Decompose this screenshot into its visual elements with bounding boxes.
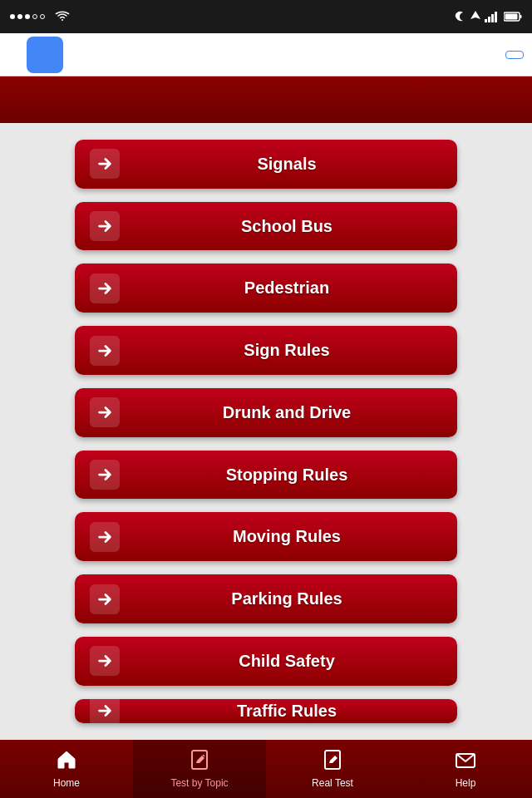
svg-rect-6 (505, 14, 518, 20)
category-button-drunk-and-drive[interactable]: Drunk and Drive (75, 388, 457, 437)
category-button-school-bus[interactable]: School Bus (75, 202, 457, 251)
signal-dots (10, 14, 45, 19)
tab-icon-test-by-topic (189, 749, 210, 774)
svg-rect-2 (488, 17, 490, 22)
location-icon (470, 11, 480, 22)
right-arrow-icon (96, 155, 114, 173)
category-label: Moving Rules (131, 527, 442, 546)
wifi-icon (55, 11, 70, 22)
arrow-icon (90, 646, 120, 676)
category-label: Traffic Rules (131, 702, 442, 721)
tab-test-by-topic[interactable]: Test by Topic (133, 740, 266, 798)
ad-logo (27, 37, 63, 73)
category-button-sign-rules[interactable]: Sign Rules (75, 326, 457, 375)
category-label: Signals (131, 155, 442, 174)
category-button-traffic-rules[interactable]: Traffic Rules (75, 699, 457, 723)
right-arrow-icon (96, 403, 114, 421)
right-arrow-icon (96, 702, 114, 720)
arrow-icon (90, 460, 120, 490)
category-button-stopping-rules[interactable]: Stopping Rules (75, 451, 457, 500)
ad-banner (0, 33, 532, 76)
tab-icon-help (455, 749, 476, 774)
tab-label-real-test: Real Test (312, 777, 353, 789)
home-icon (56, 749, 77, 771)
tab-help[interactable]: Help (399, 740, 532, 798)
arrow-icon (90, 273, 120, 303)
right-arrow-icon (96, 217, 114, 235)
category-label: Child Safety (131, 652, 442, 671)
category-label: Pedestrian (131, 278, 442, 298)
category-label: Parking Rules (131, 589, 442, 608)
right-arrow-icon (96, 342, 114, 360)
svg-rect-7 (520, 15, 522, 18)
arrow-icon (90, 149, 120, 179)
arrow-icon (90, 522, 120, 552)
real-test-icon (322, 749, 343, 771)
category-button-pedestrian[interactable]: Pedestrian (75, 264, 457, 313)
category-button-parking-rules[interactable]: Parking Rules (75, 574, 457, 623)
svg-marker-0 (470, 11, 480, 19)
header (0, 76, 532, 123)
tab-icon-real-test (322, 749, 343, 774)
battery-icon (504, 12, 522, 22)
arrow-icon (90, 211, 120, 241)
help-icon (455, 749, 476, 771)
arrow-icon (90, 397, 120, 427)
right-arrow-icon (96, 590, 114, 608)
category-label: Drunk and Drive (131, 403, 442, 422)
test-topic-icon (189, 749, 210, 771)
status-bar (0, 0, 532, 33)
arrow-icon (90, 336, 120, 366)
moon-icon (455, 11, 466, 22)
right-arrow-icon (96, 279, 114, 298)
tab-home[interactable]: Home (0, 740, 133, 798)
tab-label-help: Help (456, 777, 476, 789)
tab-label-test-by-topic: Test by Topic (170, 777, 228, 789)
tab-label-home: Home (53, 777, 80, 789)
right-arrow-icon (96, 466, 114, 484)
category-label: School Bus (131, 217, 442, 236)
signal-icon (485, 11, 500, 22)
status-left (10, 11, 70, 22)
ad-install-button[interactable] (505, 51, 524, 59)
category-label: Stopping Rules (131, 466, 442, 485)
category-button-child-safety[interactable]: Child Safety (75, 637, 457, 686)
svg-rect-3 (491, 14, 494, 22)
tab-bar: Home Test by Topic Real Test Help (0, 740, 532, 798)
right-arrow-icon (96, 652, 114, 670)
tab-real-test[interactable]: Real Test (266, 740, 399, 798)
status-right (455, 11, 522, 22)
arrow-icon (90, 584, 120, 614)
category-label: Sign Rules (131, 341, 442, 360)
right-arrow-icon (96, 528, 114, 546)
svg-rect-4 (495, 12, 497, 22)
category-button-signals[interactable]: Signals (75, 140, 457, 189)
category-list: Signals School Bus Pedestrian Sign Rules (0, 123, 532, 740)
arrow-icon (90, 699, 120, 723)
tab-icon-home (56, 749, 77, 774)
category-button-moving-rules[interactable]: Moving Rules (75, 512, 457, 561)
svg-rect-1 (485, 19, 487, 22)
